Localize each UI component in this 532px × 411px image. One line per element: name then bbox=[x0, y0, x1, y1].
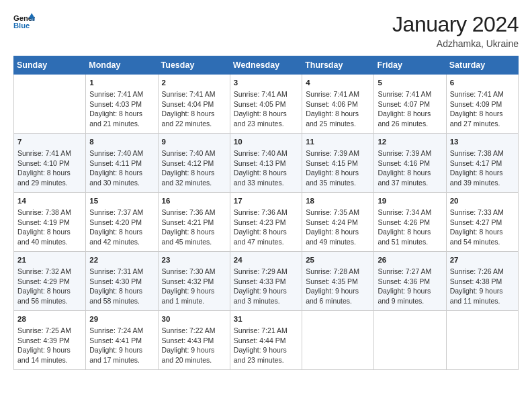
day-cell: 2Sunrise: 7:41 AMSunset: 4:04 PMDaylight… bbox=[158, 75, 230, 134]
svg-text:Blue: Blue bbox=[13, 21, 30, 30]
sunrise-text: Sunrise: 7:26 AM bbox=[450, 267, 504, 275]
daylight-text: Daylight: 8 hours and 30 minutes. bbox=[89, 169, 142, 187]
sunrise-text: Sunrise: 7:36 AM bbox=[162, 208, 216, 216]
day-cell bbox=[302, 311, 374, 370]
sunrise-text: Sunrise: 7:29 AM bbox=[234, 267, 287, 275]
daylight-text: Daylight: 9 hours and 3 minutes. bbox=[234, 287, 287, 305]
sunrise-text: Sunrise: 7:38 AM bbox=[450, 149, 504, 157]
day-cell bbox=[446, 311, 518, 370]
daylight-text: Daylight: 8 hours and 22 minutes. bbox=[162, 109, 215, 128]
sunset-text: Sunset: 4:36 PM bbox=[378, 277, 430, 285]
sunrise-text: Sunrise: 7:35 AM bbox=[306, 208, 359, 216]
sunrise-text: Sunrise: 7:41 AM bbox=[162, 90, 216, 98]
day-cell: 24Sunrise: 7:29 AMSunset: 4:33 PMDayligh… bbox=[230, 252, 302, 311]
sunset-text: Sunset: 4:26 PM bbox=[378, 218, 430, 226]
sunset-text: Sunset: 4:29 PM bbox=[17, 277, 70, 285]
day-cell: 6Sunrise: 7:41 AMSunset: 4:09 PMDaylight… bbox=[446, 75, 518, 134]
daylight-text: Daylight: 9 hours and 20 minutes. bbox=[162, 346, 215, 364]
sunrise-text: Sunrise: 7:34 AM bbox=[378, 208, 431, 216]
day-number: 5 bbox=[378, 77, 442, 88]
day-cell: 20Sunrise: 7:33 AMSunset: 4:27 PMDayligh… bbox=[446, 193, 518, 252]
day-number: 26 bbox=[378, 255, 442, 265]
daylight-text: Daylight: 8 hours and 32 minutes. bbox=[162, 169, 215, 187]
col-header-sunday: Sunday bbox=[14, 56, 86, 75]
sunrise-text: Sunrise: 7:30 AM bbox=[162, 267, 216, 275]
day-number: 8 bbox=[89, 136, 154, 147]
sunset-text: Sunset: 4:13 PM bbox=[234, 159, 286, 167]
daylight-text: Daylight: 9 hours and 23 minutes. bbox=[234, 346, 287, 364]
day-cell: 23Sunrise: 7:30 AMSunset: 4:32 PMDayligh… bbox=[158, 252, 230, 311]
day-number: 16 bbox=[162, 195, 226, 206]
sunrise-text: Sunrise: 7:41 AM bbox=[89, 90, 143, 98]
sunset-text: Sunset: 4:07 PM bbox=[378, 100, 430, 108]
sunset-text: Sunset: 4:39 PM bbox=[17, 336, 70, 345]
daylight-text: Daylight: 8 hours and 49 minutes. bbox=[306, 228, 359, 246]
day-cell: 18Sunrise: 7:35 AMSunset: 4:24 PMDayligh… bbox=[302, 193, 374, 252]
daylight-text: Daylight: 8 hours and 35 minutes. bbox=[306, 169, 359, 187]
sunrise-text: Sunrise: 7:33 AM bbox=[450, 208, 504, 216]
daylight-text: Daylight: 8 hours and 26 minutes. bbox=[378, 109, 431, 128]
day-number: 28 bbox=[17, 314, 82, 324]
day-number: 10 bbox=[234, 136, 298, 147]
daylight-text: Daylight: 9 hours and 11 minutes. bbox=[450, 287, 503, 305]
calendar-table: SundayMondayTuesdayWednesdayThursdayFrid… bbox=[13, 56, 519, 370]
col-header-wednesday: Wednesday bbox=[230, 56, 302, 75]
sunrise-text: Sunrise: 7:32 AM bbox=[17, 267, 71, 275]
daylight-text: Daylight: 8 hours and 21 minutes. bbox=[89, 109, 142, 128]
week-row-1: 7Sunrise: 7:41 AMSunset: 4:10 PMDaylight… bbox=[14, 134, 519, 193]
week-row-4: 28Sunrise: 7:25 AMSunset: 4:39 PMDayligh… bbox=[14, 311, 519, 370]
day-cell: 22Sunrise: 7:31 AMSunset: 4:30 PMDayligh… bbox=[86, 252, 158, 311]
day-cell: 7Sunrise: 7:41 AMSunset: 4:10 PMDaylight… bbox=[14, 134, 86, 193]
daylight-text: Daylight: 8 hours and 54 minutes. bbox=[450, 228, 503, 246]
day-cell: 12Sunrise: 7:39 AMSunset: 4:16 PMDayligh… bbox=[374, 134, 446, 193]
sunset-text: Sunset: 4:21 PM bbox=[162, 218, 214, 226]
day-number: 4 bbox=[306, 77, 370, 88]
week-row-2: 14Sunrise: 7:38 AMSunset: 4:19 PMDayligh… bbox=[14, 193, 519, 252]
day-cell: 11Sunrise: 7:39 AMSunset: 4:15 PMDayligh… bbox=[302, 134, 374, 193]
day-number: 21 bbox=[17, 255, 82, 265]
day-cell bbox=[14, 75, 86, 134]
day-number: 27 bbox=[450, 255, 515, 265]
sunset-text: Sunset: 4:38 PM bbox=[450, 277, 502, 285]
sunrise-text: Sunrise: 7:41 AM bbox=[306, 90, 359, 98]
daylight-text: Daylight: 9 hours and 6 minutes. bbox=[306, 287, 359, 305]
day-cell: 5Sunrise: 7:41 AMSunset: 4:07 PMDaylight… bbox=[374, 75, 446, 134]
sunset-text: Sunset: 4:33 PM bbox=[234, 277, 286, 285]
day-number: 9 bbox=[162, 136, 226, 147]
day-number: 1 bbox=[89, 77, 154, 88]
day-cell: 10Sunrise: 7:40 AMSunset: 4:13 PMDayligh… bbox=[230, 134, 302, 193]
day-cell: 19Sunrise: 7:34 AMSunset: 4:26 PMDayligh… bbox=[374, 193, 446, 252]
page: General Blue January 2024 Adzhamka, Ukra… bbox=[0, 0, 532, 411]
day-number: 29 bbox=[89, 314, 154, 324]
sunset-text: Sunset: 4:20 PM bbox=[89, 218, 142, 226]
sunrise-text: Sunrise: 7:31 AM bbox=[89, 267, 143, 275]
day-cell: 29Sunrise: 7:24 AMSunset: 4:41 PMDayligh… bbox=[86, 311, 158, 370]
sunrise-text: Sunrise: 7:38 AM bbox=[17, 208, 71, 216]
day-cell: 8Sunrise: 7:40 AMSunset: 4:11 PMDaylight… bbox=[86, 134, 158, 193]
location: Adzhamka, Ukraine bbox=[392, 38, 519, 49]
daylight-text: Daylight: 8 hours and 33 minutes. bbox=[234, 169, 287, 187]
sunset-text: Sunset: 4:12 PM bbox=[162, 159, 214, 167]
sunrise-text: Sunrise: 7:40 AM bbox=[162, 149, 216, 157]
sunset-text: Sunset: 4:10 PM bbox=[17, 159, 70, 167]
day-number: 30 bbox=[162, 314, 226, 324]
day-cell: 14Sunrise: 7:38 AMSunset: 4:19 PMDayligh… bbox=[14, 193, 86, 252]
month-title: January 2024 bbox=[392, 12, 519, 37]
day-number: 6 bbox=[450, 77, 515, 88]
day-number: 7 bbox=[17, 136, 82, 147]
col-header-saturday: Saturday bbox=[446, 56, 518, 75]
day-cell: 15Sunrise: 7:37 AMSunset: 4:20 PMDayligh… bbox=[86, 193, 158, 252]
sunset-text: Sunset: 4:27 PM bbox=[450, 218, 502, 226]
day-number: 18 bbox=[306, 195, 370, 206]
daylight-text: Daylight: 8 hours and 58 minutes. bbox=[89, 287, 142, 305]
sunrise-text: Sunrise: 7:21 AM bbox=[234, 326, 287, 334]
sunrise-text: Sunrise: 7:22 AM bbox=[162, 326, 216, 334]
day-number: 13 bbox=[450, 136, 515, 147]
sunset-text: Sunset: 4:32 PM bbox=[162, 277, 214, 285]
day-number: 15 bbox=[89, 195, 154, 206]
day-number: 24 bbox=[234, 255, 298, 265]
logo-icon: General Blue bbox=[13, 12, 35, 31]
day-number: 11 bbox=[306, 136, 370, 147]
day-cell: 30Sunrise: 7:22 AMSunset: 4:43 PMDayligh… bbox=[158, 311, 230, 370]
daylight-text: Daylight: 8 hours and 42 minutes. bbox=[89, 228, 142, 246]
